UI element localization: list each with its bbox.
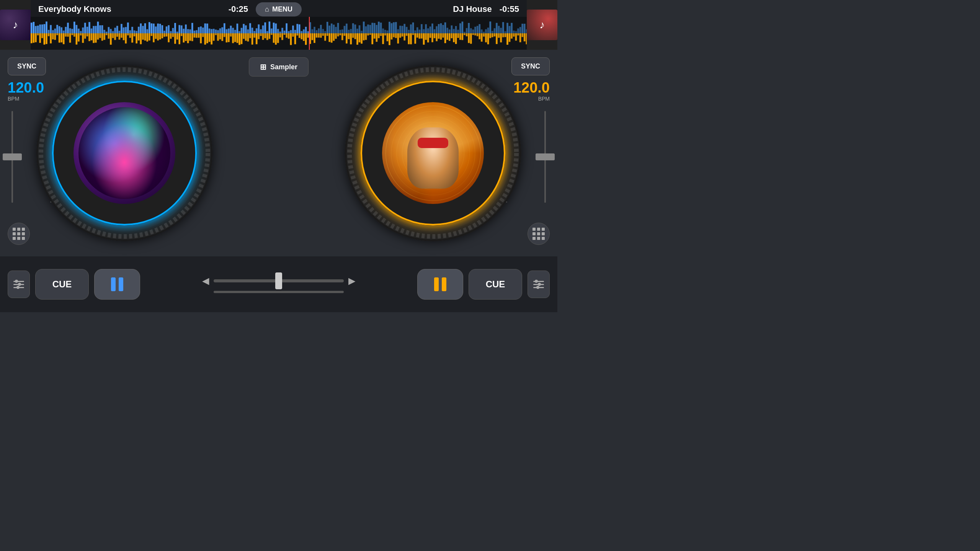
time-right: -0:55 — [500, 4, 519, 14]
album-art-right[interactable]: ♪ — [527, 0, 557, 50]
crossfader-arrow-left[interactable]: ◀ — [202, 276, 209, 286]
turntable-outer-left[interactable] — [36, 65, 212, 241]
pause-bar-2-left — [119, 277, 123, 291]
time-left: -0:25 — [229, 4, 248, 14]
top-bar: ♪ Everybody Knows -0:25 ⌂ MENU DJ House … — [0, 0, 557, 50]
crossfader-track[interactable] — [214, 279, 344, 282]
playhead — [309, 17, 310, 50]
mixer-area: SYNC 120.0 BPM + − — [0, 50, 557, 256]
home-icon: ⌂ — [265, 5, 269, 13]
turntable-center-right[interactable] — [382, 102, 484, 204]
center-panel: ⊞ Sampler — [249, 50, 309, 256]
grid-sampler-icon: ⊞ — [260, 62, 266, 72]
crossfader-thumb[interactable] — [275, 272, 282, 289]
adjust-icon-left — [13, 281, 24, 288]
tempo-thumb-right[interactable] — [536, 153, 555, 160]
eq-button-right[interactable] — [528, 271, 550, 298]
pause-icon-right — [434, 277, 446, 291]
play-pause-button-right[interactable] — [417, 269, 463, 300]
deck-left: SYNC 120.0 BPM + − — [0, 50, 249, 256]
turntable-outer-right[interactable] — [345, 65, 521, 241]
tempo-thumb-left[interactable] — [3, 153, 22, 160]
pause-bar-2-right — [442, 277, 446, 291]
sampler-label: Sampler — [270, 63, 297, 71]
eq-button-left[interactable] — [8, 271, 30, 298]
turntable-right[interactable] — [345, 65, 521, 241]
top-bar-info: Everybody Knows -0:25 ⌂ MENU DJ House -0… — [0, 0, 557, 17]
grid-icon-right — [532, 228, 545, 240]
track-title-left: Everybody Knows — [38, 4, 229, 14]
crossfader-bar — [214, 291, 344, 293]
deck-right: SYNC 120.0 BPM + − — [309, 50, 557, 256]
crossfader-arrow-right[interactable]: ▶ — [348, 276, 355, 286]
cue-button-left[interactable]: CUE — [35, 269, 89, 300]
tempo-track-left[interactable] — [11, 111, 13, 203]
crossfader-section: ◀ ▶ — [145, 276, 412, 293]
tempo-slider-right[interactable] — [544, 111, 546, 218]
play-pause-button-left[interactable] — [94, 269, 140, 300]
album-art-left[interactable]: ♪ — [0, 0, 31, 50]
pause-bar-1-right — [434, 277, 439, 291]
menu-button[interactable]: ⌂ MENU — [256, 2, 302, 16]
splash-art-left — [78, 107, 170, 199]
adjust-icon-right — [533, 281, 544, 288]
pause-bar-1-left — [111, 277, 116, 291]
waveform-area[interactable]: // We'll draw this via the inline SVG ap… — [31, 17, 557, 50]
bottom-bar: CUE ◀ ▶ CUE — [0, 256, 557, 312]
track-title-right: DJ House — [302, 4, 492, 14]
grid-icon-left — [13, 228, 25, 240]
turntable-center-left[interactable] — [74, 102, 176, 204]
sampler-button[interactable]: ⊞ Sampler — [249, 57, 309, 77]
turntable-left[interactable] — [36, 65, 212, 241]
tempo-track-right[interactable] — [544, 111, 546, 203]
grid-button-left[interactable] — [8, 223, 30, 245]
tempo-slider-left[interactable] — [11, 111, 13, 218]
pause-icon-left — [111, 277, 123, 291]
menu-label: MENU — [272, 5, 292, 13]
cue-button-right[interactable]: CUE — [469, 269, 522, 300]
grid-button-right[interactable] — [528, 223, 550, 245]
crossfader-row: ◀ ▶ — [145, 276, 412, 286]
